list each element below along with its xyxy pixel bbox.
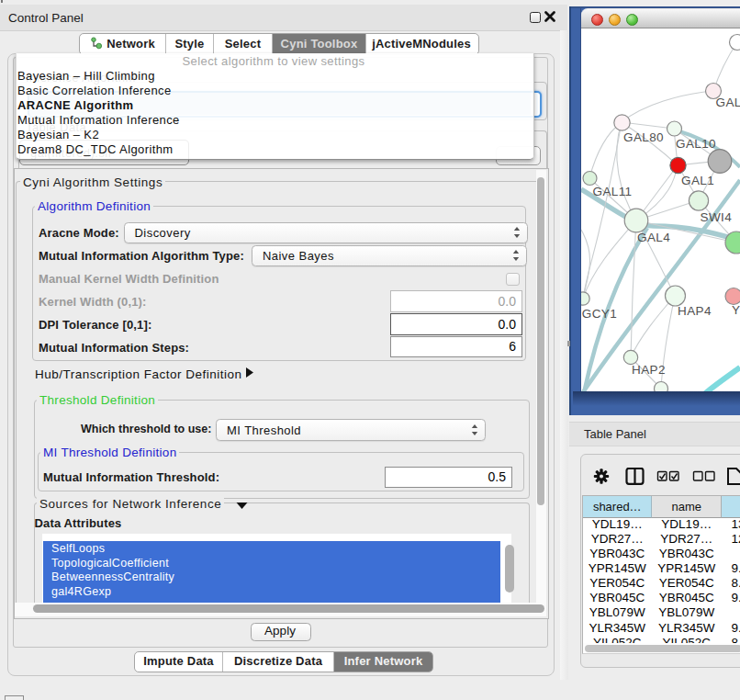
svg-text:GAL1: GAL1 — [681, 174, 714, 187]
svg-text:YJ: YJ — [732, 303, 740, 317]
svg-text:GAL4: GAL4 — [637, 231, 670, 244]
svg-text:GAL11: GAL11 — [593, 185, 633, 198]
svg-text:GCY1: GCY1 — [582, 307, 617, 321]
svg-text:GAL10: GAL10 — [676, 137, 716, 151]
svg-text:HAP2: HAP2 — [632, 363, 666, 377]
svg-text:GAL7: GAL7 — [716, 96, 740, 109]
svg-text:GAL80: GAL80 — [623, 130, 664, 144]
svg-text:SWI4: SWI4 — [701, 210, 733, 224]
svg-text:HAP4: HAP4 — [678, 304, 712, 318]
